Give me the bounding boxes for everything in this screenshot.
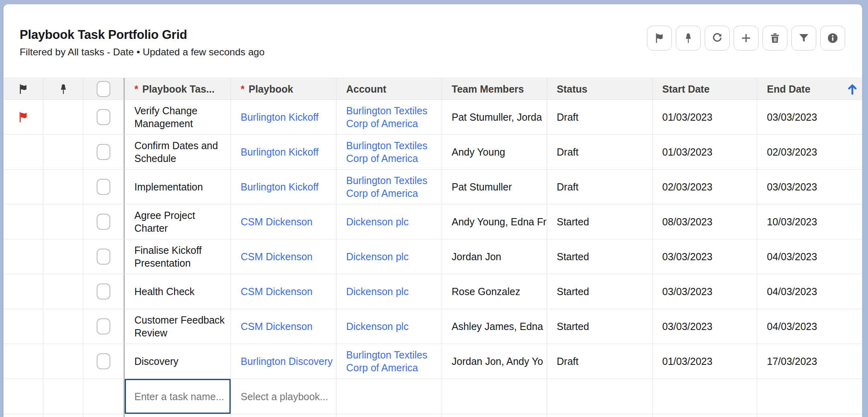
- end-date-cell[interactable]: 04/03/2023: [757, 239, 862, 274]
- status-cell[interactable]: Draft: [547, 170, 653, 204]
- column-header-account[interactable]: Account: [337, 78, 442, 99]
- start-date-cell[interactable]: 01/03/2023: [653, 344, 757, 379]
- pin-cell[interactable]: [43, 100, 83, 134]
- row-checkbox[interactable]: [97, 283, 110, 300]
- start-date-cell[interactable]: 01/03/2023: [653, 100, 757, 134]
- info-button[interactable]: [820, 26, 845, 51]
- playbook-cell[interactable]: CSM Dickenson: [231, 204, 337, 239]
- status-cell[interactable]: Started: [547, 239, 653, 274]
- pin-cell[interactable]: [43, 170, 83, 204]
- end-date-cell[interactable]: 03/03/2023: [757, 100, 862, 134]
- end-date-cell[interactable]: 03/03/2023: [757, 170, 862, 204]
- row-checkbox[interactable]: [97, 249, 110, 265]
- column-header-task[interactable]: *Playbook Tas...: [125, 78, 231, 99]
- playbook-cell[interactable]: Burlington Kickoff: [231, 170, 337, 204]
- account-cell[interactable]: Dickenson plc: [337, 204, 442, 239]
- row-checkbox[interactable]: [97, 144, 110, 160]
- column-header-end-date[interactable]: End Date: [757, 78, 862, 99]
- checkbox-cell[interactable]: [83, 344, 125, 379]
- playbook-cell[interactable]: CSM Dickenson: [231, 239, 337, 274]
- checkbox-cell[interactable]: [83, 309, 125, 344]
- task-cell[interactable]: Health Check: [125, 274, 231, 309]
- flag-cell[interactable]: [4, 239, 43, 274]
- checkbox-cell[interactable]: [83, 274, 125, 309]
- team-members-cell[interactable]: Pat Stumuller, Jorda: [442, 100, 547, 134]
- task-cell[interactable]: Implementation: [125, 170, 231, 204]
- flag-cell[interactable]: [4, 344, 43, 379]
- status-cell[interactable]: Draft: [547, 344, 653, 379]
- flag-cell[interactable]: [4, 135, 43, 169]
- team-members-cell[interactable]: Jordan Jon: [442, 239, 547, 274]
- select-all-header[interactable]: [83, 78, 125, 99]
- column-header-team-members[interactable]: Team Members: [442, 78, 547, 99]
- pin-cell[interactable]: [43, 344, 83, 379]
- team-members-cell[interactable]: Andy Young: [442, 135, 547, 169]
- task-cell[interactable]: Confirm Dates and Schedule: [125, 135, 231, 169]
- flag-cell[interactable]: [4, 274, 43, 309]
- team-members-cell[interactable]: Ashley James, Edna: [442, 309, 547, 344]
- account-cell[interactable]: Dickenson plc: [337, 274, 442, 309]
- account-cell[interactable]: Dickenson plc: [337, 239, 442, 274]
- column-header-status[interactable]: Status: [547, 78, 653, 99]
- checkbox-cell[interactable]: [83, 100, 125, 134]
- pin-cell[interactable]: [43, 135, 83, 169]
- flag-cell[interactable]: [4, 100, 43, 134]
- status-cell[interactable]: Started: [547, 309, 653, 344]
- row-checkbox[interactable]: [97, 318, 110, 334]
- add-row-button[interactable]: [734, 26, 758, 51]
- start-date-cell[interactable]: 01/03/2023: [653, 135, 757, 169]
- team-members-cell[interactable]: Rose Gonzalez: [442, 274, 547, 309]
- team-members-cell[interactable]: Jordan Jon, Andy Yo: [442, 344, 547, 379]
- row-checkbox[interactable]: [97, 109, 110, 125]
- flag-cell[interactable]: [4, 309, 43, 344]
- flag-cell[interactable]: [4, 170, 43, 204]
- status-cell[interactable]: Started: [547, 274, 653, 309]
- checkbox-cell[interactable]: [83, 239, 125, 274]
- start-date-cell[interactable]: [653, 379, 757, 414]
- pin-cell[interactable]: [43, 239, 83, 274]
- refresh-button[interactable]: [705, 26, 730, 51]
- delete-button[interactable]: [763, 26, 787, 51]
- flag-cell[interactable]: [4, 204, 43, 239]
- end-date-cell[interactable]: 10/03/2023: [757, 204, 862, 239]
- pin-cell[interactable]: [43, 204, 83, 239]
- pin-button[interactable]: [676, 26, 701, 51]
- playbook-cell[interactable]: Burlington Discovery: [231, 344, 337, 379]
- status-cell[interactable]: Started: [547, 204, 653, 239]
- account-cell[interactable]: Dickenson plc: [337, 309, 442, 344]
- status-cell[interactable]: Draft: [547, 100, 653, 134]
- task-cell[interactable]: Customer Feedback Review: [125, 309, 231, 344]
- team-members-cell[interactable]: Pat Stumuller: [442, 170, 547, 204]
- flag-button[interactable]: [647, 26, 672, 51]
- playbook-cell[interactable]: Burlington Kickoff: [231, 100, 337, 134]
- end-date-cell[interactable]: 04/03/2023: [757, 309, 862, 344]
- start-date-cell[interactable]: 03/03/2023: [653, 239, 757, 274]
- checkbox-cell[interactable]: [83, 170, 125, 204]
- start-date-cell[interactable]: 02/03/2023: [653, 170, 757, 204]
- flag-column-header[interactable]: [4, 78, 43, 99]
- account-cell[interactable]: Burlington Textiles Corp of America: [337, 344, 442, 379]
- task-cell[interactable]: Verify Change Management: [125, 100, 231, 134]
- new-task-name-input[interactable]: Enter a task name...: [125, 379, 231, 414]
- status-cell[interactable]: Draft: [547, 135, 653, 169]
- account-cell[interactable]: Burlington Textiles Corp of America: [337, 135, 442, 169]
- playbook-cell[interactable]: Burlington Kickoff: [231, 135, 337, 169]
- playbook-cell[interactable]: CSM Dickenson: [231, 309, 337, 344]
- end-date-cell[interactable]: [757, 379, 862, 414]
- account-cell[interactable]: Burlington Textiles Corp of America: [337, 170, 442, 204]
- filter-button[interactable]: [791, 26, 816, 51]
- checkbox-cell[interactable]: [83, 204, 125, 239]
- task-cell[interactable]: Discovery: [125, 344, 231, 379]
- start-date-cell[interactable]: 08/03/2023: [653, 204, 757, 239]
- end-date-cell[interactable]: 02/03/2023: [757, 135, 862, 169]
- playbook-cell[interactable]: CSM Dickenson: [231, 274, 337, 309]
- row-checkbox[interactable]: [97, 353, 110, 369]
- team-members-cell[interactable]: [442, 379, 547, 414]
- end-date-cell[interactable]: 17/03/2023: [757, 344, 862, 379]
- team-members-cell[interactable]: Andy Young, Edna Fr: [442, 204, 547, 239]
- column-header-playbook[interactable]: *Playbook: [231, 78, 337, 99]
- account-cell[interactable]: Burlington Textiles Corp of America: [337, 100, 442, 134]
- task-cell[interactable]: Finalise Kickoff Presentation: [125, 239, 231, 274]
- pin-cell[interactable]: [43, 274, 83, 309]
- new-playbook-select[interactable]: Select a playbook...: [231, 379, 337, 414]
